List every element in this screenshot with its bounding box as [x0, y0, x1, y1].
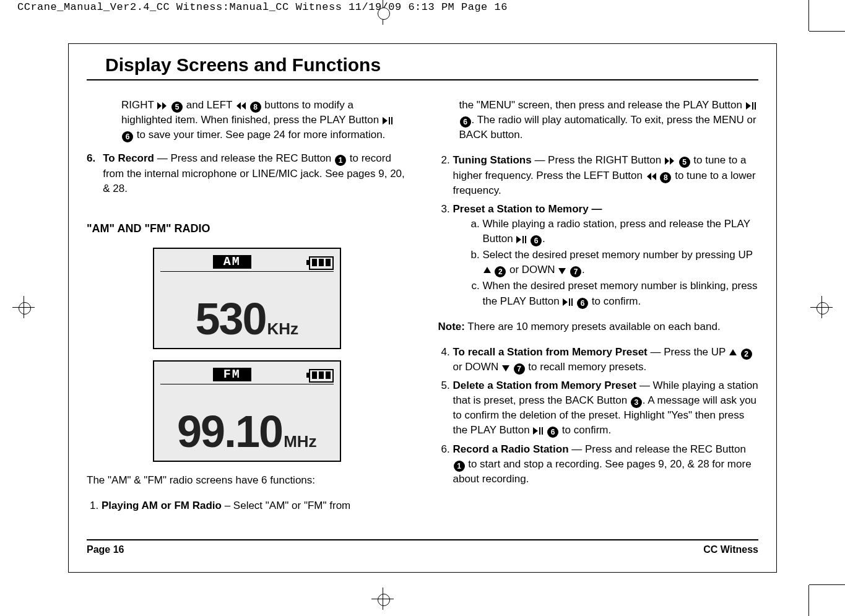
button-7-icon: 7	[570, 266, 581, 277]
button-5-icon: 5	[171, 102, 183, 113]
button-2-icon: 2	[741, 349, 752, 360]
button-6-icon: 6	[577, 298, 588, 309]
mode-badge: AM	[213, 255, 251, 269]
button-6-icon: 6	[122, 131, 133, 142]
text: or DOWN	[453, 361, 501, 373]
text: RIGHT	[121, 99, 154, 111]
text: — Press and release the REC Button	[569, 443, 746, 455]
item-title: Delete a Station from Memory Preset	[453, 380, 637, 391]
list-item: Playing AM or FM Radio – Select "AM" or …	[102, 498, 407, 513]
bottom-register-mark	[371, 588, 394, 610]
crop-mark	[809, 584, 845, 585]
item-title: Record a Radio Station	[453, 443, 569, 455]
list-item: To recall a Station from Memory Preset —…	[453, 345, 759, 375]
down-arrow-icon	[502, 364, 509, 371]
frequency-unit: MHz	[284, 432, 316, 451]
note-label: Note:	[438, 321, 465, 332]
text: – Select "AM" or "FM" from	[222, 500, 350, 511]
right-column: the "MENU" screen, then press and releas…	[438, 98, 759, 524]
sub-list-item: Select the desired preset memory number …	[483, 248, 759, 277]
text: and LEFT	[186, 99, 232, 111]
top-register-mark	[371, 0, 394, 25]
left-fast-icon	[646, 173, 656, 180]
button-8-icon: 8	[250, 102, 261, 113]
mode-badge: FM	[213, 368, 251, 381]
item-title: To recall a Station from Memory Preset	[453, 346, 648, 358]
sub-list-item: While playing a radio station, press and…	[483, 217, 759, 246]
down-arrow-icon	[558, 267, 566, 274]
page-footer: Page 16 CC Witness	[87, 539, 758, 555]
right-fast-icon	[665, 157, 675, 165]
left-register-mark	[12, 296, 35, 318]
product-name: CC Witness	[703, 544, 758, 555]
page-title: Display Screens and Functions	[87, 54, 758, 80]
note-paragraph: Note: There are 10 memory presets availa…	[438, 319, 759, 334]
play-pause-icon	[533, 427, 543, 435]
am-display-figure: AM 530KHz	[153, 248, 341, 349]
crop-mark	[808, 585, 809, 616]
up-arrow-icon	[483, 267, 491, 274]
play-pause-icon	[746, 102, 756, 110]
text: to save your timer. See page 24 for more…	[137, 129, 386, 141]
text: to confirm.	[589, 295, 641, 307]
page-content: Display Screens and Functions RIGHT 5 an…	[87, 54, 758, 554]
text: — Press the RIGHT Button	[532, 154, 664, 166]
right-register-mark	[810, 296, 833, 318]
carryover-paragraph: the "MENU" screen, then press and releas…	[438, 98, 759, 142]
right-fast-icon	[157, 102, 167, 110]
button-6-icon: 6	[460, 116, 471, 128]
frequency-unit: KHz	[267, 319, 299, 338]
play-pause-icon	[563, 298, 573, 306]
text: — Press the UP	[648, 346, 729, 358]
text: to recall memory presets.	[526, 361, 647, 373]
button-2-icon: 2	[495, 266, 506, 277]
text: to confirm.	[559, 424, 611, 436]
list-item: Record a Radio Station — Press and relea…	[453, 442, 759, 487]
list-item: Preset a Station to Memory — While playi…	[453, 202, 759, 309]
battery-icon	[309, 369, 334, 383]
crop-mark	[809, 31, 845, 32]
button-7-icon: 7	[514, 363, 525, 375]
button-8-icon: 8	[660, 172, 671, 183]
button-6-icon: 6	[531, 235, 542, 246]
print-slug: CCrane_Manual_Ver2.4_CC Witness:Manual_C…	[0, 0, 845, 13]
play-pause-icon	[516, 236, 526, 243]
frequency-value: 530	[195, 294, 266, 344]
intro-text: The "AM" & "FM" radio screens have 6 fun…	[87, 473, 407, 488]
play-pause-icon	[383, 117, 392, 124]
button-5-icon: 5	[679, 157, 690, 168]
list-number: 6.	[87, 151, 95, 196]
text: or DOWN	[506, 264, 558, 275]
carryover-paragraph: RIGHT 5 and LEFT 8 buttons to modify a h…	[87, 98, 407, 142]
section-heading: "AM" AND "FM" RADIO	[87, 221, 407, 237]
frequency-value: 99.10	[177, 407, 282, 456]
left-column: RIGHT 5 and LEFT 8 buttons to modify a h…	[87, 98, 407, 524]
battery-icon	[309, 256, 334, 270]
sub-list-item: When the desired preset memory number is…	[483, 279, 759, 308]
item-title: Preset a Station to Memory —	[453, 203, 602, 215]
text: to start and stop a recording. See pages…	[453, 458, 752, 485]
item-title: Playing AM or FM Radio	[102, 500, 222, 511]
page-number: Page 16	[87, 544, 124, 555]
list-item-6: 6. To Record — Press and release the REC…	[87, 151, 407, 196]
text: — Press and release the REC Button	[154, 152, 334, 164]
list-item: Delete a Station from Memory Preset — Wh…	[453, 378, 759, 438]
button-1-icon: 1	[335, 155, 346, 166]
item-title: Tuning Stations	[453, 154, 532, 166]
text: . The radio will play automatically. To …	[459, 114, 756, 141]
text: Select the desired preset memory number …	[483, 249, 753, 261]
up-arrow-icon	[729, 349, 737, 357]
button-1-icon: 1	[454, 461, 465, 472]
left-fast-icon	[236, 102, 246, 110]
button-6-icon: 6	[547, 427, 558, 438]
button-3-icon: 3	[631, 397, 642, 408]
list-item: Tuning Stations — Press the RIGHT Button…	[453, 153, 759, 197]
text: the "MENU" screen, then press and releas…	[459, 99, 745, 111]
crop-mark	[808, 0, 809, 31]
fm-display-figure: FM 99.10MHz	[153, 360, 341, 462]
text: There are 10 memory presets available on…	[465, 321, 721, 332]
item-title: To Record	[103, 152, 154, 164]
